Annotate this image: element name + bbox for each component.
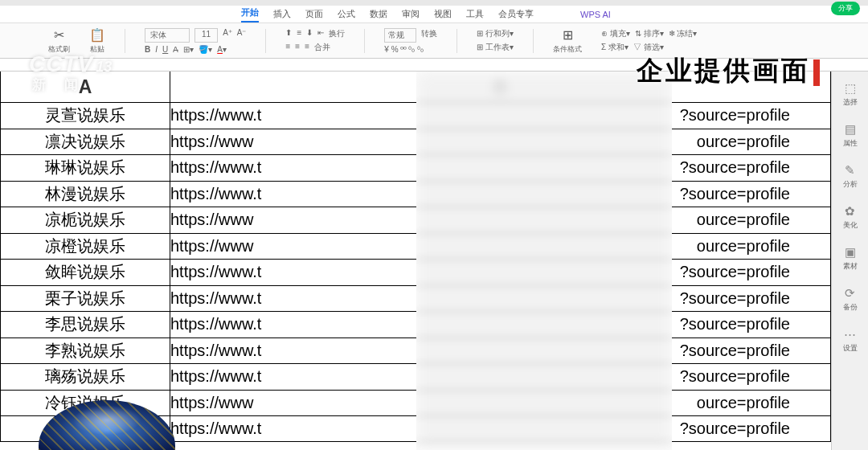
menu-tab-insert[interactable]: 插入 xyxy=(273,8,291,20)
sidebar-label: 选择 xyxy=(843,97,858,108)
format-painter-icon[interactable]: ✂ xyxy=(54,27,64,43)
sidebar-item[interactable]: ✎分析 xyxy=(843,163,858,190)
sidebar-icon: ⋯ xyxy=(844,327,856,342)
menu-bar: 开始 插入 页面 公式 数据 审阅 视图 工具 会员专享 WPS AI 分享 xyxy=(0,6,868,23)
cell-name[interactable]: 璃殇说娱乐 xyxy=(0,364,170,390)
cell-name[interactable]: 琳琳说娱乐 xyxy=(0,155,170,181)
font-size-select[interactable]: 11 xyxy=(194,28,218,43)
sidebar-item[interactable]: ⬚选择 xyxy=(843,81,858,108)
fill-button[interactable]: ⊕ 填充▾ xyxy=(601,28,630,39)
align-top-icon[interactable]: ⬆ xyxy=(285,28,292,39)
bold-icon[interactable]: B xyxy=(145,45,150,54)
worksheet-button[interactable]: ⊞ 工作表▾ xyxy=(477,42,514,53)
sidebar-label: 素材 xyxy=(843,261,858,272)
overlay-caption: 企业提供画面 xyxy=(637,53,820,89)
sidebar-icon: ▣ xyxy=(845,245,856,260)
menu-tab-review[interactable]: 审阅 xyxy=(402,8,420,20)
fill-color-icon[interactable]: 🪣▾ xyxy=(199,45,212,54)
cell-name[interactable]: 凛决说娱乐 xyxy=(0,129,170,155)
cond-format-label: 条件格式 xyxy=(553,44,582,55)
font-name-select[interactable]: 宋体 xyxy=(145,28,190,43)
sort-button[interactable]: ⇅ 排序▾ xyxy=(635,28,664,39)
underline-icon[interactable]: U xyxy=(162,45,168,54)
cell-name[interactable]: 凉橙说娱乐 xyxy=(0,234,170,260)
cell-name[interactable]: 灵萱说娱乐 xyxy=(0,103,170,129)
sidebar-icon: ⬚ xyxy=(845,81,856,96)
merge-button[interactable]: 合并 xyxy=(314,42,330,53)
sidebar-label: 美化 xyxy=(843,220,858,231)
sidebar-item[interactable]: ⋯设置 xyxy=(843,327,858,354)
table-row[interactable]: 灵萱说娱乐https://www.t?source=profile xyxy=(0,102,831,129)
sidebar-label: 备份 xyxy=(843,302,858,313)
menu-tab-page[interactable]: 页面 xyxy=(305,8,323,20)
paste-icon[interactable]: 📋 xyxy=(89,27,105,43)
align-mid-icon[interactable]: ≡ xyxy=(297,28,301,39)
sidebar-label: 分析 xyxy=(843,179,858,190)
right-sidebar: ⬚选择▤属性✎分析✿美化▣素材⟳备份⋯设置 xyxy=(831,72,868,450)
sidebar-item[interactable]: ⟳备份 xyxy=(843,286,858,313)
cctv-logo: CCTV13 新 闻 xyxy=(29,51,112,94)
menu-tab-view[interactable]: 视图 xyxy=(434,8,452,20)
italic-icon[interactable]: I xyxy=(155,45,158,54)
sidebar-icon: ⟳ xyxy=(845,286,855,301)
table-row[interactable]: 凉栀说娱乐https://wwwource=profile xyxy=(0,207,831,233)
sidebar-item[interactable]: ▤属性 xyxy=(843,122,858,149)
menu-tab-member[interactable]: 会员专享 xyxy=(498,8,534,20)
cell-name[interactable]: 林漫说娱乐 xyxy=(0,182,170,207)
menu-tab-formula[interactable]: 公式 xyxy=(338,8,355,20)
cell-name[interactable]: 敛眸说娱乐 xyxy=(0,260,170,285)
censored-region xyxy=(416,72,672,450)
convert-button[interactable]: 转换 xyxy=(421,28,437,43)
align-center-icon[interactable]: ≡ xyxy=(295,42,300,53)
align-right-icon[interactable]: ≡ xyxy=(305,42,309,53)
wps-ai-button[interactable]: WPS AI xyxy=(580,10,611,19)
sidebar-icon: ✿ xyxy=(845,204,855,219)
sidebar-label: 设置 xyxy=(843,343,858,354)
menu-tab-tools[interactable]: 工具 xyxy=(466,8,484,20)
cond-format-icon[interactable]: ⊞ xyxy=(563,27,573,43)
border-icon[interactable]: ⊞▾ xyxy=(183,45,194,54)
table-row[interactable]: 凉橙说娱乐https://wwwource=profile xyxy=(0,233,831,260)
menu-tab-data[interactable]: 数据 xyxy=(370,8,387,20)
rowcol-button[interactable]: ⊞ 行和列▾ xyxy=(477,28,514,39)
sidebar-icon: ✎ xyxy=(845,163,855,178)
table-row[interactable]: 李熟说娱乐https://www.t?source=profile xyxy=(0,338,831,364)
sidebar-item[interactable]: ▣素材 xyxy=(843,245,858,272)
menu-tab-start[interactable]: 开始 xyxy=(241,6,259,22)
strike-icon[interactable]: A̶ xyxy=(173,45,178,54)
font-color-icon[interactable]: A▾ xyxy=(217,45,227,54)
table-row[interactable]: 琳琳说娱乐https://www.t?source=profile xyxy=(0,154,831,181)
font-grow-icon[interactable]: A⁺ xyxy=(223,28,232,43)
sum-button[interactable]: Σ 求和▾ xyxy=(601,42,628,53)
cell-name[interactable]: 李思说娱乐 xyxy=(0,312,170,338)
cell-name[interactable]: 栗子说娱乐 xyxy=(0,286,170,312)
cell-name[interactable]: 凉栀说娱乐 xyxy=(0,207,170,233)
wrap-button[interactable]: 换行 xyxy=(329,28,345,39)
table-row[interactable]: 敛眸说娱乐https://www.t?source=profile xyxy=(0,259,831,285)
sidebar-icon: ▤ xyxy=(845,122,856,137)
cell-name[interactable]: 李熟说娱乐 xyxy=(0,338,170,364)
table-row[interactable]: 璃殇说娱乐https://www.t?source=profile xyxy=(0,363,831,390)
align-bot-icon[interactable]: ⬇ xyxy=(306,28,313,39)
font-shrink-icon[interactable]: A⁻ xyxy=(237,28,247,43)
sidebar-item[interactable]: ✿美化 xyxy=(843,204,858,231)
align-left-icon[interactable]: ≡ xyxy=(285,42,290,53)
spreadsheet-grid[interactable]: A B 灵萱说娱乐https://www.t?source=profile凛决说… xyxy=(0,72,831,450)
table-row[interactable]: 李思说娱乐https://www.t?source=profile xyxy=(0,311,831,338)
freeze-button[interactable]: ❄ 冻结▾ xyxy=(669,28,698,39)
filter-button[interactable]: ▽ 筛选▾ xyxy=(633,42,664,53)
indent-icon[interactable]: ⇤ xyxy=(317,28,324,39)
table-row[interactable]: 林漫说娱乐https://www.t?source=profile xyxy=(0,181,831,207)
table-row[interactable]: 栗子说娱乐https://www.t?source=profile xyxy=(0,285,831,312)
table-row[interactable]: 凛决说娱乐https://wwwource=profile xyxy=(0,129,831,155)
sidebar-label: 属性 xyxy=(843,138,858,149)
number-format-select[interactable]: 常规 xyxy=(384,28,416,43)
share-button[interactable]: 分享 xyxy=(831,2,860,15)
